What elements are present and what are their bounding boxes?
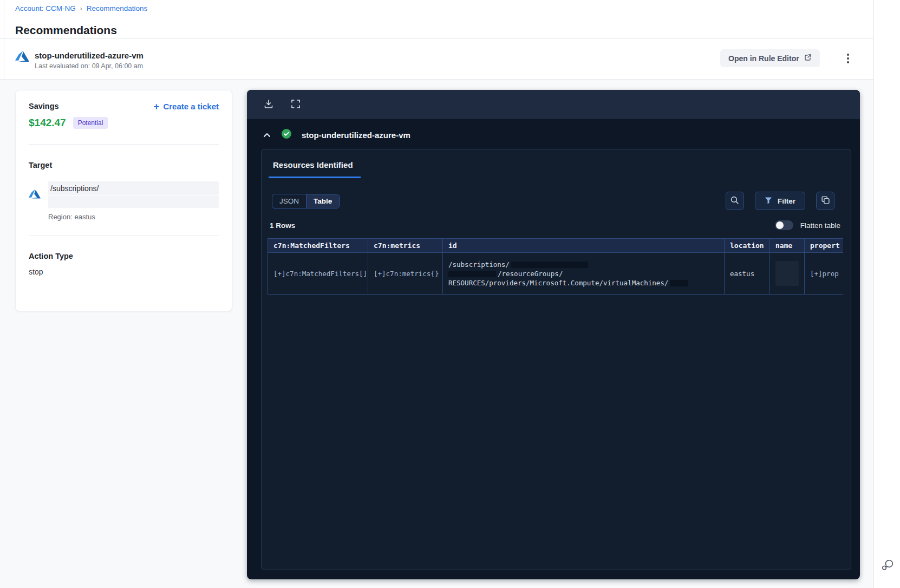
column-header-metrics: c7n:metrics [368,239,443,253]
copy-button[interactable] [816,192,834,210]
filter-funnel-icon [765,197,772,206]
expand-matched-filters[interactable]: [+]c7n:MatchedFilters[] [273,270,367,278]
open-in-rule-editor-label: Open in Rule Editor [728,54,799,63]
view-json-button[interactable]: JSON [272,194,306,208]
resource-location-cell: eastus [725,253,770,295]
toggle-knob [776,221,784,229]
filter-button[interactable]: Filter [755,192,805,210]
target-region: Region: eastus [48,213,219,221]
breadcrumb-account-link[interactable]: Account: CCM-NG [15,4,76,12]
resources-table-viewport[interactable]: c7n:MatchedFilters c7n:metrics id locati… [268,238,843,295]
azure-logo-icon [29,188,41,202]
tab-resources-identified[interactable]: Resources Identified [269,160,361,178]
column-header-matched-filters: c7n:MatchedFilters [268,239,368,253]
action-type-label: Action Type [29,252,219,260]
action-type-value: stop [29,267,219,276]
search-icon [730,195,739,206]
resource-name-cell [770,253,805,295]
resource-id-cell: /subscriptions/ /resourceGroups/ RESOURC… [443,253,725,295]
divider [29,236,219,236]
breadcrumb: Account: CCM-NG › Recommendations [15,4,147,12]
redacted-subscription-id [511,262,588,268]
plus-icon: + [153,103,159,110]
download-button[interactable] [259,95,278,114]
expand-properties[interactable]: [+]prop [810,270,839,278]
search-button[interactable] [726,192,744,210]
redacted-vm-name [670,280,688,286]
results-panel-toolbar [247,90,860,119]
fullscreen-button[interactable] [286,95,305,114]
rows-count: 1 Rows [270,221,295,230]
target-resource: /subscriptions/ [29,181,219,208]
filter-label: Filter [778,197,795,205]
azure-logo-icon [15,49,29,63]
help-chat-button[interactable] [880,558,895,574]
open-in-rule-editor-button[interactable]: Open in Rule Editor [720,49,820,67]
chevron-up-icon [263,131,271,139]
view-mode-toggle: JSON Table [272,194,340,208]
success-check-icon [281,128,292,141]
flatten-table-label: Flatten table [800,221,840,230]
target-path: /subscriptions/ [48,181,219,195]
rule-name: stop-underutilized-azure-vm [35,51,144,60]
create-ticket-label: Create a ticket [163,102,219,111]
divider [29,144,219,145]
copy-icon [821,195,830,206]
column-header-properties: propert [805,239,844,253]
target-path-redacted [48,195,219,208]
external-link-icon [804,54,812,63]
column-header-location: location [725,239,770,253]
redacted-name-value [775,261,799,286]
savings-amount: $142.47 [29,117,66,129]
flatten-table-toggle[interactable] [775,220,793,230]
breadcrumb-separator-icon: › [80,5,82,12]
download-icon [263,99,274,111]
table-row: [+]c7n:MatchedFilters[] [+]c7n:metrics{}… [268,253,844,295]
right-rail [873,0,900,588]
resources-identified-card: Resources Identified JSON Table [261,149,851,570]
view-table-button[interactable]: Table [306,194,339,208]
collapse-section-button[interactable] [261,129,273,141]
page-title: Recommendations [15,24,117,37]
chat-bubble-icon [880,566,895,574]
expand-metrics[interactable]: [+]c7n:metrics{} [374,270,439,278]
column-header-name: name [770,239,805,253]
fullscreen-icon [291,99,301,110]
recommendation-detail-page: Account: CCM-NG › Recommendations Recomm… [0,0,900,588]
savings-label: Savings [29,102,59,110]
divider [0,38,873,39]
create-ticket-button[interactable]: + Create a ticket [153,102,219,111]
column-header-id: id [443,239,725,253]
evaluation-results-panel: stop-underutilized-azure-vm Resources Id… [247,90,860,579]
table-header-row: c7n:MatchedFilters c7n:metrics id locati… [268,239,844,253]
target-label: Target [29,161,219,169]
more-options-kebab-button[interactable] [840,50,856,67]
panel-rule-name: stop-underutilized-azure-vm [302,130,410,140]
savings-potential-badge: Potential [73,117,108,129]
rule-last-evaluated: Last evaluated on: 09 Apr, 06:00 am [35,62,143,70]
redacted-resource-group [448,271,496,277]
recommendation-summary-card: Savings + Create a ticket $142.47 Potent… [15,90,232,311]
breadcrumb-recommendations-link[interactable]: Recommendations [87,4,148,12]
resources-table: c7n:MatchedFilters c7n:metrics id locati… [268,238,843,295]
